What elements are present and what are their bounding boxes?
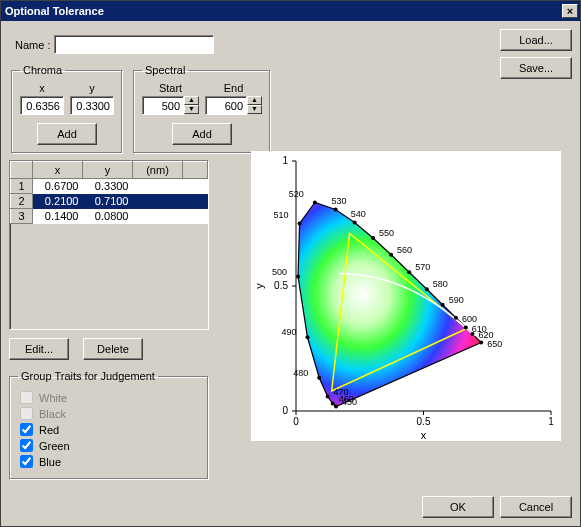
trait-checkbox [20,407,33,420]
trait-label: Red [39,424,59,436]
spin-down-icon[interactable]: ▼ [247,105,262,114]
svg-point-32 [334,208,338,212]
svg-text:550: 550 [379,228,394,238]
trait-label: Green [39,440,70,452]
dialog-content: Load... Save... Name : Chroma x y [1,21,580,526]
trait-row: Black [18,407,200,420]
trait-checkbox[interactable] [20,439,33,452]
svg-point-46 [454,316,458,320]
svg-point-16 [334,405,338,409]
svg-point-28 [298,222,302,226]
edit-button[interactable]: Edit... [9,338,69,360]
dialog-window: Optional Tolerance × Load... Save... Nam… [0,0,581,527]
table-header[interactable]: y [83,162,133,179]
svg-text:530: 530 [332,196,347,206]
load-button[interactable]: Load... [500,29,572,51]
trait-checkbox [20,391,33,404]
chroma-x-input[interactable] [20,96,64,115]
trait-row: White [18,391,200,404]
trait-row[interactable]: Red [18,423,200,436]
svg-text:540: 540 [351,209,366,219]
name-label: Name : [15,39,50,51]
chroma-x-label: x [39,82,45,94]
traits-group: Group Traits for Judgement WhiteBlackRed… [9,370,209,480]
table-header[interactable]: x [33,162,83,179]
chroma-group: Chroma x y Add [11,64,123,154]
svg-point-44 [441,303,445,307]
save-button[interactable]: Save... [500,57,572,79]
svg-text:590: 590 [449,295,464,305]
traits-legend: Group Traits for Judgement [18,370,158,382]
spectral-end-spinner[interactable]: ▲▼ [205,96,262,115]
svg-text:510: 510 [274,210,289,220]
delete-button[interactable]: Delete [83,338,143,360]
svg-text:520: 520 [289,189,304,199]
cancel-button[interactable]: Cancel [500,496,572,518]
chroma-legend: Chroma [20,64,65,76]
spin-up-icon[interactable]: ▲ [184,96,199,105]
spin-up-icon[interactable]: ▲ [247,96,262,105]
spectral-start-input[interactable] [142,96,184,115]
svg-point-38 [389,253,393,257]
chroma-y-input[interactable] [70,96,114,115]
svg-point-20 [326,395,330,399]
spectral-start-spinner[interactable]: ▲▼ [142,96,199,115]
table-row[interactable]: 20.21000.7100 [11,194,208,209]
svg-text:1: 1 [548,416,554,427]
svg-text:580: 580 [433,279,448,289]
svg-point-22 [317,376,321,380]
table-row[interactable]: 10.67000.3300 [11,179,208,194]
ok-button[interactable]: OK [422,496,494,518]
table-header[interactable]: (nm) [133,162,183,179]
titlebar: Optional Tolerance × [1,1,580,21]
points-table[interactable]: xy(nm) 10.67000.330020.21000.710030.1400… [9,160,209,330]
spectral-group: Spectral Start ▲▼ End ▲▼ [133,64,271,154]
svg-point-50 [470,332,474,336]
name-input[interactable] [54,35,214,54]
svg-text:0: 0 [293,416,299,427]
chroma-add-button[interactable]: Add [37,123,97,145]
svg-point-42 [425,287,429,291]
svg-point-26 [296,275,300,279]
spectral-end-label: End [224,82,244,94]
close-icon[interactable]: × [562,4,578,18]
chromaticity-chart: 00.5100.51xy4504604704804905005105205305… [251,151,561,441]
trait-label: White [39,392,67,404]
trait-row[interactable]: Green [18,439,200,452]
svg-point-52 [479,341,483,345]
svg-text:650: 650 [487,339,502,349]
table-row[interactable]: 30.14000.0800 [11,209,208,224]
window-title: Optional Tolerance [5,5,104,17]
trait-label: Black [39,408,66,420]
trait-checkbox[interactable] [20,423,33,436]
table-header[interactable] [11,162,33,179]
svg-point-36 [371,236,375,240]
svg-text:0.5: 0.5 [274,280,288,291]
svg-text:1: 1 [282,155,288,166]
svg-point-34 [353,221,357,225]
trait-checkbox[interactable] [20,455,33,468]
svg-text:480: 480 [293,368,308,378]
svg-text:560: 560 [397,245,412,255]
svg-point-40 [407,270,411,274]
svg-text:470: 470 [334,387,349,397]
svg-point-48 [464,326,468,330]
spectral-legend: Spectral [142,64,188,76]
chroma-y-label: y [89,82,95,94]
trait-row[interactable]: Blue [18,455,200,468]
spectral-end-input[interactable] [205,96,247,115]
svg-text:x: x [421,429,427,441]
svg-point-30 [313,201,317,205]
svg-text:570: 570 [415,262,430,272]
spin-down-icon[interactable]: ▼ [184,105,199,114]
chart-svg: 00.5100.51xy4504604704804905005105205305… [251,151,561,441]
spectral-start-label: Start [159,82,182,94]
svg-point-18 [331,402,335,406]
svg-text:500: 500 [272,267,287,277]
svg-text:490: 490 [281,327,296,337]
spectral-add-button[interactable]: Add [172,123,232,145]
svg-text:0: 0 [282,405,288,416]
svg-text:600: 600 [462,314,477,324]
svg-text:0.5: 0.5 [417,416,431,427]
svg-point-24 [305,335,309,339]
